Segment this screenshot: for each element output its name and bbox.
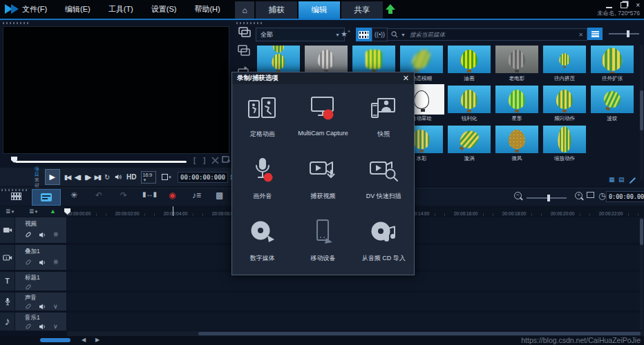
filter-thumbnail[interactable]: 星形 — [495, 86, 543, 121]
aspect-ratio-button[interactable]: 16:9 ▼ — [141, 171, 157, 184]
timeline-zoom-slider[interactable] — [527, 197, 567, 199]
restore-button[interactable] — [621, 2, 627, 8]
menu-item[interactable]: 编辑(E) — [65, 4, 91, 14]
track-fx-icon[interactable]: ※ — [53, 231, 59, 238]
add-favorite-icon[interactable]: ★+ — [341, 29, 350, 39]
preview-timecode[interactable]: 00:00:00:000 — [178, 172, 228, 183]
timeline-view-button[interactable] — [32, 189, 61, 206]
track-header[interactable]: 叠加1 ※ — [15, 245, 66, 270]
dialog-close-icon[interactable]: ✕ — [403, 74, 409, 83]
thumbnail-size-slider[interactable] — [609, 33, 639, 34]
next-frame-button[interactable]: ▮▶ — [84, 173, 91, 181]
thumbnail-image[interactable] — [495, 86, 538, 113]
track-mute-icon[interactable] — [39, 304, 46, 310]
option-dv-quick-scan[interactable]: DV 快速扫描 — [353, 156, 414, 218]
thumbnail-image[interactable] — [448, 46, 491, 73]
option-digital-media[interactable]: 数字媒体 — [232, 218, 293, 280]
thumbnail-image[interactable] — [543, 86, 586, 113]
thumbnail-image[interactable] — [400, 46, 443, 73]
tools-button[interactable]: ✳ — [70, 190, 77, 200]
track-header-scrollbar[interactable] — [40, 338, 70, 342]
timeline-vscrollbar[interactable] — [640, 217, 643, 330]
gallery-filter-dropdown[interactable]: 全部 ▼ — [256, 28, 345, 41]
zoom-out-icon[interactable]: − — [514, 192, 522, 199]
filter-thumbnail[interactable]: 往外扩张 — [591, 46, 638, 81]
track-mute-icon[interactable] — [39, 232, 46, 238]
link-icon[interactable] — [25, 259, 32, 266]
option-multicam-capture[interactable]: MultiCam Capture — [293, 94, 354, 156]
overlay-track-icon[interactable]: 1 — [0, 245, 15, 270]
auto-scroll-icon[interactable]: ▲ — [50, 208, 56, 215]
volume-icon[interactable] — [115, 173, 122, 181]
track-manager-icon[interactable]: ≣▼ — [6, 208, 15, 215]
filter-thumbnail[interactable]: 漩涡 — [448, 126, 495, 161]
track-mute-icon[interactable] — [39, 259, 46, 266]
scrollbar-thumb[interactable] — [198, 332, 641, 335]
duration-clock-icon[interactable]: ◷ — [598, 191, 605, 201]
voice-track-icon[interactable] — [0, 293, 15, 310]
show-video-button[interactable] — [356, 28, 372, 41]
tab-edit[interactable]: 编辑 — [299, 1, 340, 19]
menu-item[interactable]: 工具(T) — [108, 4, 133, 14]
option-voiceover[interactable]: 画外音 — [232, 156, 293, 218]
redo-button[interactable]: ↷ — [120, 190, 127, 200]
panel-drag-handle[interactable] — [1, 189, 28, 191]
ripple-edit-button[interactable]: ▮↔▮ — [142, 190, 157, 198]
grid-view-icon[interactable]: ▦ — [609, 176, 615, 183]
thumbnail-image[interactable] — [305, 46, 348, 73]
thumbnail-image[interactable] — [448, 86, 491, 113]
filter-thumbnail[interactable]: 频闪动作 — [543, 86, 591, 121]
option-audio-cd-import[interactable]: 从音频 CD 导入 — [353, 218, 414, 280]
menu-item[interactable]: 文件(F) — [22, 4, 47, 14]
filter-thumbnail[interactable]: 老电影 — [495, 46, 543, 81]
track-mute-icon[interactable] — [39, 324, 46, 330]
scrollbar-thumb[interactable] — [640, 90, 643, 130]
link-icon[interactable] — [25, 231, 32, 238]
paint-creator-button[interactable]: ◉ — [169, 190, 176, 200]
thumbnail-image[interactable] — [543, 126, 586, 153]
thumbnail-image[interactable] — [495, 126, 538, 153]
upgrade-arrow-icon[interactable] — [386, 4, 395, 14]
link-icon[interactable] — [25, 303, 32, 310]
playback-mode-toggle[interactable]: 项目 素材 — [32, 166, 39, 188]
filter-thumbnail[interactable]: 波纹 — [591, 86, 638, 121]
timeline-timecode[interactable]: 0:00:00.000 — [606, 191, 644, 202]
show-audio-button[interactable]: ((•)) — [372, 28, 388, 41]
enlarge-preview-icon[interactable] — [222, 156, 230, 164]
scroll-left-button[interactable]: ◀ — [82, 337, 86, 343]
option-snapshot[interactable]: 快照 — [353, 94, 414, 156]
chevron-down-icon[interactable]: ▼ — [401, 32, 406, 37]
thumbnail-image[interactable] — [495, 46, 538, 73]
link-icon[interactable] — [25, 284, 32, 290]
filter-thumbnail[interactable]: 油画 — [448, 46, 495, 81]
link-icon[interactable] — [25, 323, 32, 330]
filter-thumbnail[interactable]: 微风 — [495, 126, 543, 161]
thumbnail-view-button[interactable] — [587, 28, 603, 40]
waveform-toggle-icon[interactable]: ∨ — [53, 323, 58, 330]
scrollbar-thumb[interactable] — [640, 219, 643, 245]
menu-item[interactable]: 设置(S) — [151, 4, 177, 14]
mark-out-button[interactable]: ] — [203, 157, 205, 164]
thumbnail-image[interactable] — [591, 46, 634, 73]
filter-thumbnail[interactable]: 缩放动作 — [543, 126, 591, 161]
sound-mixer-button[interactable]: ♪≡ — [192, 190, 201, 200]
thumbnail-image[interactable] — [591, 86, 634, 113]
option-mobile-device[interactable]: 移动设备 — [293, 218, 354, 280]
thumbnail-image[interactable] — [543, 46, 586, 73]
slider-knob[interactable] — [547, 195, 550, 201]
video-track-icon[interactable] — [0, 217, 15, 243]
tab-share[interactable]: 共享 — [341, 1, 383, 19]
media-library-icon[interactable] — [238, 27, 251, 37]
track-lane[interactable] — [67, 313, 644, 331]
edit-pencil-icon[interactable] — [629, 177, 636, 184]
tab-capture[interactable]: 捕获 — [256, 1, 297, 19]
minimize-button[interactable] — [606, 2, 612, 8]
menu-item[interactable]: 帮助(H) — [194, 4, 220, 14]
home-tab[interactable]: ⌂ — [235, 1, 254, 19]
option-stop-motion[interactable]: 定格动画 — [232, 94, 293, 156]
media-icon[interactable] — [238, 45, 250, 56]
scroll-right-button[interactable]: ▶ — [95, 337, 100, 343]
zoom-in-icon[interactable]: + — [575, 192, 583, 199]
slider-knob[interactable] — [627, 30, 629, 37]
scrubber-track[interactable] — [15, 161, 187, 163]
